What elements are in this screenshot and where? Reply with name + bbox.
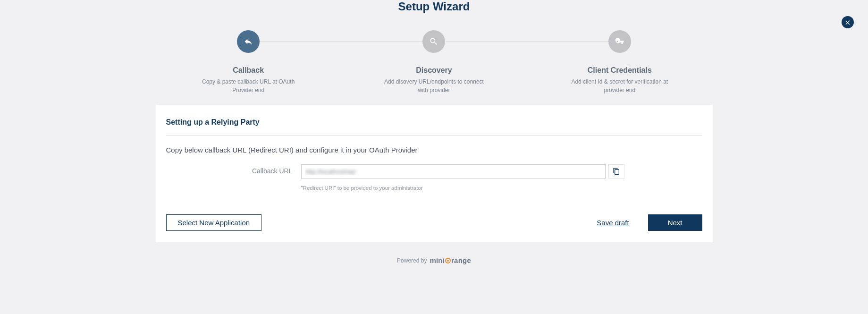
callback-url-row: Callback URL bbox=[166, 164, 702, 178]
step-connector bbox=[446, 42, 608, 42]
select-new-application-button[interactable]: Select New Application bbox=[166, 214, 262, 231]
callback-url-help: "Redirect URI" to be provided to your ad… bbox=[301, 183, 702, 191]
key-icon bbox=[615, 37, 624, 46]
step-desc: Copy & paste callback URL at OAuth Provi… bbox=[196, 77, 300, 94]
step-client-credentials: Client Credentials Add client Id & secre… bbox=[527, 30, 712, 94]
callback-url-input[interactable] bbox=[301, 164, 606, 178]
step-desc: Add disovery URL/endpoints to connect wi… bbox=[382, 77, 486, 94]
footer: Powered by minirange bbox=[0, 256, 868, 264]
close-icon bbox=[844, 19, 851, 25]
step-circle bbox=[608, 30, 631, 53]
brand-o-icon bbox=[445, 258, 451, 263]
step-circle bbox=[422, 30, 445, 53]
save-draft-link[interactable]: Save draft bbox=[597, 219, 629, 227]
page-title: Setup Wizard bbox=[0, 0, 868, 13]
panel-instruction: Copy below callback URL (Redirect URI) a… bbox=[166, 146, 702, 154]
step-circle bbox=[237, 30, 260, 53]
copy-icon bbox=[613, 168, 620, 175]
next-button[interactable]: Next bbox=[648, 214, 702, 231]
step-desc: Add client Id & secret for verification … bbox=[568, 77, 672, 94]
close-button[interactable] bbox=[842, 16, 854, 28]
reply-arrow-icon bbox=[244, 37, 253, 46]
brand-logo: minirange bbox=[430, 256, 471, 264]
wizard-steps: Callback Copy & paste callback URL at OA… bbox=[156, 30, 713, 94]
powered-by-text: Powered by bbox=[397, 257, 427, 264]
step-title: Client Credentials bbox=[527, 66, 712, 75]
setup-panel: Setting up a Relying Party Copy below ca… bbox=[156, 105, 713, 242]
callback-url-label: Callback URL bbox=[166, 164, 301, 175]
brand-suffix: range bbox=[451, 256, 471, 264]
panel-heading: Setting up a Relying Party bbox=[166, 118, 702, 136]
step-callback: Callback Copy & paste callback URL at OA… bbox=[156, 30, 341, 94]
step-discovery: Discovery Add disovery URL/endpoints to … bbox=[341, 30, 527, 94]
step-title: Discovery bbox=[341, 66, 527, 75]
step-connector bbox=[260, 42, 422, 42]
panel-actions: Select New Application Save draft Next bbox=[166, 214, 702, 231]
search-icon bbox=[429, 37, 438, 46]
brand-prefix: mini bbox=[430, 256, 445, 264]
step-title: Callback bbox=[156, 66, 341, 75]
copy-button[interactable] bbox=[608, 164, 624, 178]
